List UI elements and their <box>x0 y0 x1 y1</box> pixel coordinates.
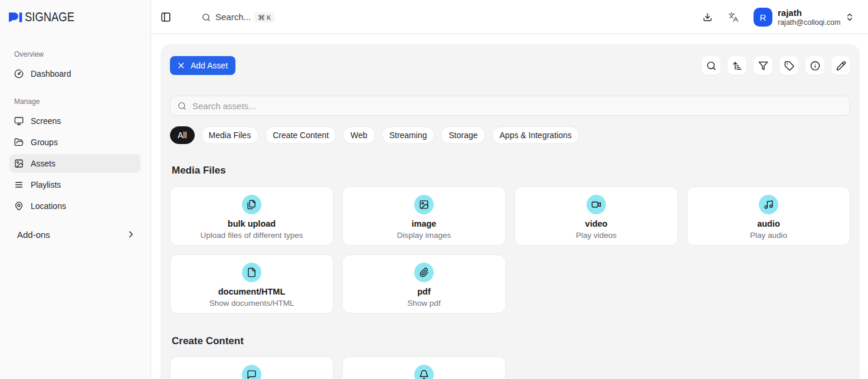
svg-text:SIGNAGE: SIGNAGE <box>25 10 74 24</box>
